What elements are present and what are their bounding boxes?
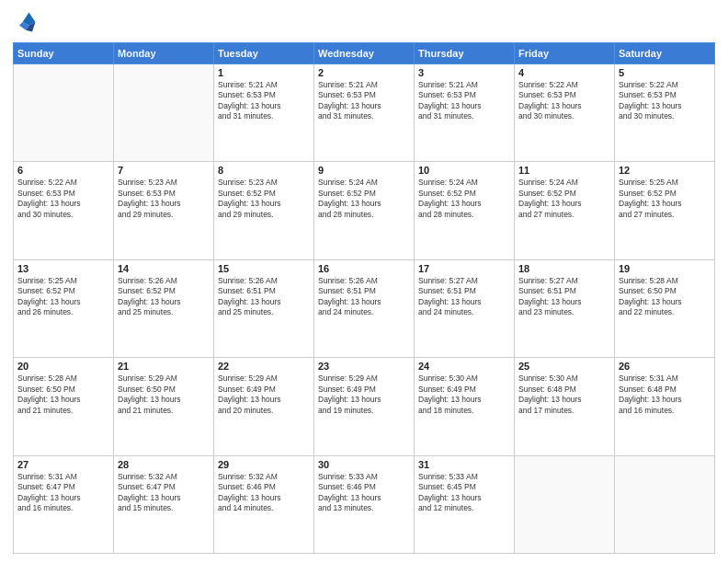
weekday-header: Monday xyxy=(114,43,214,64)
day-info: Sunrise: 5:29 AM Sunset: 6:49 PM Dayligh… xyxy=(218,373,310,416)
day-info: Sunrise: 5:29 AM Sunset: 6:50 PM Dayligh… xyxy=(118,373,210,416)
calendar-cell: 13Sunrise: 5:25 AM Sunset: 6:52 PM Dayli… xyxy=(14,259,114,357)
calendar-cell: 11Sunrise: 5:24 AM Sunset: 6:52 PM Dayli… xyxy=(515,162,615,259)
day-number: 17 xyxy=(418,263,510,274)
day-info: Sunrise: 5:26 AM Sunset: 6:51 PM Dayligh… xyxy=(218,276,310,318)
day-info: Sunrise: 5:27 AM Sunset: 6:51 PM Dayligh… xyxy=(418,276,510,318)
calendar-week-row: 6Sunrise: 5:22 AM Sunset: 6:53 PM Daylig… xyxy=(14,162,715,259)
day-info: Sunrise: 5:33 AM Sunset: 6:45 PM Dayligh… xyxy=(418,472,510,514)
calendar-cell: 17Sunrise: 5:27 AM Sunset: 6:51 PM Dayli… xyxy=(415,259,515,357)
calendar-cell: 10Sunrise: 5:24 AM Sunset: 6:52 PM Dayli… xyxy=(415,162,515,259)
day-number: 30 xyxy=(318,459,410,470)
day-info: Sunrise: 5:22 AM Sunset: 6:53 PM Dayligh… xyxy=(17,178,109,220)
day-number: 6 xyxy=(17,165,109,176)
weekday-header: Sunday xyxy=(14,43,114,64)
day-info: Sunrise: 5:28 AM Sunset: 6:50 PM Dayligh… xyxy=(619,276,711,318)
day-info: Sunrise: 5:21 AM Sunset: 6:53 PM Dayligh… xyxy=(318,80,410,122)
calendar-cell: 26Sunrise: 5:31 AM Sunset: 6:48 PM Dayli… xyxy=(615,358,715,455)
day-info: Sunrise: 5:30 AM Sunset: 6:49 PM Dayligh… xyxy=(418,373,510,416)
calendar-week-row: 13Sunrise: 5:25 AM Sunset: 6:52 PM Dayli… xyxy=(14,259,715,357)
day-info: Sunrise: 5:29 AM Sunset: 6:49 PM Dayligh… xyxy=(318,373,410,416)
day-number: 16 xyxy=(318,263,410,274)
day-info: Sunrise: 5:27 AM Sunset: 6:51 PM Dayligh… xyxy=(518,276,610,318)
page: SundayMondayTuesdayWednesdayThursdayFrid… xyxy=(0,0,728,563)
day-number: 5 xyxy=(619,67,711,78)
day-number: 18 xyxy=(518,263,610,274)
calendar-week-row: 20Sunrise: 5:28 AM Sunset: 6:50 PM Dayli… xyxy=(14,358,715,455)
calendar-cell: 24Sunrise: 5:30 AM Sunset: 6:49 PM Dayli… xyxy=(415,358,515,455)
day-info: Sunrise: 5:31 AM Sunset: 6:47 PM Dayligh… xyxy=(17,472,109,514)
calendar-body: 1Sunrise: 5:21 AM Sunset: 6:53 PM Daylig… xyxy=(14,64,715,554)
day-number: 29 xyxy=(218,459,310,470)
day-number: 11 xyxy=(518,165,610,176)
day-number: 14 xyxy=(118,263,210,274)
calendar-cell: 3Sunrise: 5:21 AM Sunset: 6:53 PM Daylig… xyxy=(415,64,515,162)
calendar-table: SundayMondayTuesdayWednesdayThursdayFrid… xyxy=(13,42,715,554)
calendar-cell: 7Sunrise: 5:23 AM Sunset: 6:53 PM Daylig… xyxy=(114,162,214,259)
day-info: Sunrise: 5:23 AM Sunset: 6:53 PM Dayligh… xyxy=(118,178,210,220)
day-info: Sunrise: 5:23 AM Sunset: 6:52 PM Dayligh… xyxy=(218,178,310,220)
day-info: Sunrise: 5:31 AM Sunset: 6:48 PM Dayligh… xyxy=(619,373,711,416)
calendar-cell: 15Sunrise: 5:26 AM Sunset: 6:51 PM Dayli… xyxy=(214,259,314,357)
calendar-cell xyxy=(615,455,715,553)
day-info: Sunrise: 5:25 AM Sunset: 6:52 PM Dayligh… xyxy=(619,178,711,220)
day-number: 9 xyxy=(318,165,410,176)
calendar-cell: 14Sunrise: 5:26 AM Sunset: 6:52 PM Dayli… xyxy=(114,259,214,357)
day-number: 26 xyxy=(619,361,711,372)
day-number: 7 xyxy=(118,165,210,176)
calendar-cell: 6Sunrise: 5:22 AM Sunset: 6:53 PM Daylig… xyxy=(14,162,114,259)
calendar-header: SundayMondayTuesdayWednesdayThursdayFrid… xyxy=(14,43,715,64)
calendar-cell: 20Sunrise: 5:28 AM Sunset: 6:50 PM Dayli… xyxy=(14,358,114,455)
calendar-cell: 31Sunrise: 5:33 AM Sunset: 6:45 PM Dayli… xyxy=(415,455,515,553)
day-number: 12 xyxy=(619,165,711,176)
weekday-header: Wednesday xyxy=(314,43,415,64)
day-number: 25 xyxy=(518,361,610,372)
calendar-cell: 9Sunrise: 5:24 AM Sunset: 6:52 PM Daylig… xyxy=(314,162,415,259)
calendar-cell: 18Sunrise: 5:27 AM Sunset: 6:51 PM Dayli… xyxy=(515,259,615,357)
day-info: Sunrise: 5:21 AM Sunset: 6:53 PM Dayligh… xyxy=(218,80,310,122)
day-info: Sunrise: 5:24 AM Sunset: 6:52 PM Dayligh… xyxy=(418,178,510,220)
calendar-cell: 30Sunrise: 5:33 AM Sunset: 6:46 PM Dayli… xyxy=(314,455,415,553)
day-info: Sunrise: 5:28 AM Sunset: 6:50 PM Dayligh… xyxy=(17,373,109,416)
day-number: 4 xyxy=(518,67,610,78)
day-info: Sunrise: 5:33 AM Sunset: 6:46 PM Dayligh… xyxy=(318,472,410,514)
day-info: Sunrise: 5:32 AM Sunset: 6:47 PM Dayligh… xyxy=(118,472,210,514)
day-info: Sunrise: 5:24 AM Sunset: 6:52 PM Dayligh… xyxy=(318,178,410,220)
day-number: 2 xyxy=(318,67,410,78)
logo-icon xyxy=(13,9,39,35)
calendar-cell: 1Sunrise: 5:21 AM Sunset: 6:53 PM Daylig… xyxy=(214,64,314,162)
day-info: Sunrise: 5:32 AM Sunset: 6:46 PM Dayligh… xyxy=(218,472,310,514)
day-info: Sunrise: 5:21 AM Sunset: 6:53 PM Dayligh… xyxy=(418,80,510,122)
weekday-header: Tuesday xyxy=(214,43,314,64)
weekday-header: Friday xyxy=(515,43,615,64)
calendar-cell: 2Sunrise: 5:21 AM Sunset: 6:53 PM Daylig… xyxy=(314,64,415,162)
day-number: 23 xyxy=(318,361,410,372)
day-number: 19 xyxy=(619,263,711,274)
calendar-cell: 8Sunrise: 5:23 AM Sunset: 6:52 PM Daylig… xyxy=(214,162,314,259)
calendar-cell: 12Sunrise: 5:25 AM Sunset: 6:52 PM Dayli… xyxy=(615,162,715,259)
day-number: 15 xyxy=(218,263,310,274)
calendar-cell: 22Sunrise: 5:29 AM Sunset: 6:49 PM Dayli… xyxy=(214,358,314,455)
day-number: 31 xyxy=(418,459,510,470)
day-number: 21 xyxy=(118,361,210,372)
day-info: Sunrise: 5:26 AM Sunset: 6:51 PM Dayligh… xyxy=(318,276,410,318)
calendar-cell xyxy=(14,64,114,162)
day-number: 22 xyxy=(218,361,310,372)
day-number: 13 xyxy=(17,263,109,274)
calendar-cell: 29Sunrise: 5:32 AM Sunset: 6:46 PM Dayli… xyxy=(214,455,314,553)
calendar-week-row: 27Sunrise: 5:31 AM Sunset: 6:47 PM Dayli… xyxy=(14,455,715,553)
weekday-header: Thursday xyxy=(415,43,515,64)
day-number: 27 xyxy=(17,459,109,470)
day-info: Sunrise: 5:26 AM Sunset: 6:52 PM Dayligh… xyxy=(118,276,210,318)
weekday-row: SundayMondayTuesdayWednesdayThursdayFrid… xyxy=(14,43,715,64)
day-number: 24 xyxy=(418,361,510,372)
day-info: Sunrise: 5:22 AM Sunset: 6:53 PM Dayligh… xyxy=(518,80,610,122)
day-number: 28 xyxy=(118,459,210,470)
day-info: Sunrise: 5:30 AM Sunset: 6:48 PM Dayligh… xyxy=(518,373,610,416)
weekday-header: Saturday xyxy=(615,43,715,64)
calendar-cell: 27Sunrise: 5:31 AM Sunset: 6:47 PM Dayli… xyxy=(14,455,114,553)
calendar-cell: 4Sunrise: 5:22 AM Sunset: 6:53 PM Daylig… xyxy=(515,64,615,162)
day-number: 20 xyxy=(17,361,109,372)
day-number: 8 xyxy=(218,165,310,176)
logo xyxy=(13,9,42,35)
